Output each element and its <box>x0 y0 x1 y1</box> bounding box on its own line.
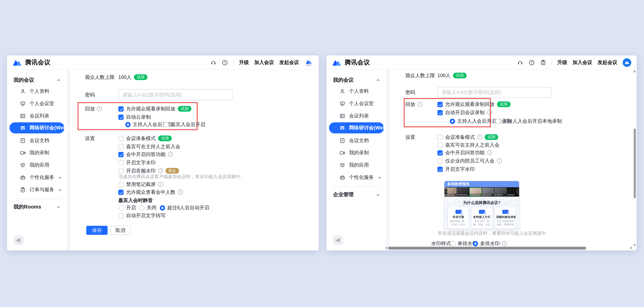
radio-mute-on[interactable]: 开启 <box>119 204 136 211</box>
checkbox-show-attendee-count[interactable] <box>118 189 124 195</box>
checkbox-row-audio-watermark[interactable]: 开启音频水印 商企 <box>118 167 179 174</box>
start-meeting-link[interactable]: 发起会议 <box>598 59 617 66</box>
horizontal-scrollbar-thumb[interactable] <box>388 247 586 250</box>
checkbox-row-guest-before-host[interactable]: 嘉宾可在主持人之前入会 <box>438 141 500 149</box>
collapse-sidebar-button[interactable] <box>333 235 343 245</box>
checkbox-row-text-watermark[interactable]: 开启文字水印 <box>118 159 156 166</box>
radio-selected[interactable] <box>473 241 478 246</box>
sidebar-item-personalized-services[interactable]: 个性化服务 <box>7 171 66 183</box>
cancel-button[interactable]: 取消 <box>110 226 131 235</box>
checkbox-disable-note-capture[interactable] <box>118 182 124 187</box>
checkbox-auto-transcript[interactable] <box>118 213 124 218</box>
orders-icon[interactable] <box>540 59 546 65</box>
horizontal-scrollbar[interactable] <box>385 246 632 250</box>
radio-mute-off[interactable]: 关闭 <box>139 204 156 211</box>
info-icon[interactable] <box>487 150 492 155</box>
checkbox-allow-playback[interactable] <box>438 101 443 107</box>
info-icon[interactable] <box>477 135 482 140</box>
password-input[interactable] <box>438 87 552 98</box>
checkbox-prepare-mode[interactable] <box>118 136 124 141</box>
radio-host-local-record[interactable]: 主持人入会后开启本地录制 <box>495 117 562 125</box>
sidebar-item-personal-room[interactable]: 个人会议室 <box>326 97 386 110</box>
info-icon[interactable] <box>502 241 507 246</box>
info-icon[interactable] <box>497 158 502 163</box>
checkbox-row-text-watermark[interactable]: 开启文字水印 <box>438 165 475 173</box>
checkbox-row-auto-cloud-record[interactable]: 自动云录制 <box>118 113 151 121</box>
help-icon[interactable]: ? <box>222 59 228 65</box>
checkbox-row-auto-record[interactable]: 自动开启会议录制 <box>438 109 492 116</box>
checkbox-row-qa[interactable]: 会中开启问答功能 <box>118 151 173 158</box>
checkbox-auto-cloud-record[interactable] <box>118 114 124 120</box>
radio-selected[interactable] <box>125 122 131 127</box>
radio-unselected[interactable] <box>164 122 169 127</box>
sidebar-group-enterprise[interactable]: 企业管理 <box>326 190 386 200</box>
avatar[interactable]: 腾讯会议 <box>304 58 314 67</box>
checkbox-row-qa[interactable]: 会中开启问答功能 <box>438 149 492 156</box>
sidebar-item-my-recordings[interactable]: 我的录制 <box>7 147 66 159</box>
sidebar-item-my-apps[interactable]: 我的应用 <box>7 159 66 171</box>
info-icon[interactable] <box>168 152 173 157</box>
start-meeting-link[interactable]: 发起会议 <box>279 59 299 66</box>
checkbox-row-playback-allow[interactable]: 允许观众观看录制回放 试用 <box>118 105 191 113</box>
upgrade-link[interactable]: 升级 <box>239 59 249 66</box>
join-meeting-link[interactable]: 加入会议 <box>572 59 592 66</box>
checkbox-row-guest-before-host[interactable]: 嘉宾可在主持人之前入会 <box>118 143 180 150</box>
checkbox-auto-record[interactable] <box>438 110 443 115</box>
headset-icon[interactable] <box>210 59 216 65</box>
sidebar-item-webinar[interactable]: 网络研讨会(Webinar) <box>10 122 64 133</box>
sidebar-item-my-apps[interactable]: 我的应用 <box>326 159 386 171</box>
checkbox-guest-before-host[interactable] <box>118 144 124 149</box>
radio-multi-row-watermark[interactable]: 多排水印 <box>473 240 507 247</box>
scroll-down-arrow-icon[interactable] <box>633 244 636 246</box>
vertical-scrollbar[interactable] <box>633 70 636 246</box>
radio-selected[interactable] <box>450 118 455 124</box>
sidebar-group-my-meetings[interactable]: 我的会议 <box>7 75 66 85</box>
sidebar-item-my-recordings[interactable]: 我的录制 <box>326 147 386 159</box>
checkbox-row-show-attendee-count[interactable]: 允许观众查看会中人数 <box>118 188 183 196</box>
info-icon[interactable] <box>97 106 102 111</box>
checkbox-row-prepare-mode[interactable]: 会议准备模式 试用 <box>438 133 498 141</box>
checkbox-row-internal-only[interactable]: 仅企业内部员工可入会 <box>438 157 502 165</box>
checkbox-row-playback-allow[interactable]: 允许观众观看录制回放 试用 <box>438 101 510 108</box>
checkbox-guest-before-host[interactable] <box>438 142 443 148</box>
sidebar-group-my-rooms[interactable]: 我的Rooms <box>7 202 66 212</box>
sidebar-item-meeting-list[interactable]: 会议列表 <box>7 110 66 122</box>
radio-unselected[interactable] <box>119 205 124 210</box>
info-icon[interactable] <box>487 110 492 115</box>
checkbox-text-watermark[interactable] <box>118 160 124 165</box>
vertical-scrollbar-thumb[interactable] <box>634 128 636 198</box>
checkbox-internal-only[interactable] <box>438 158 443 164</box>
scroll-right-arrow-icon[interactable] <box>630 247 632 249</box>
sidebar-item-meeting-docs[interactable]: 会议文档 <box>326 134 386 147</box>
sidebar-group-my-meetings[interactable]: 我的会议 <box>326 75 386 85</box>
scroll-up-arrow-icon[interactable] <box>633 70 636 72</box>
sidebar-item-orders-services[interactable]: 订单与服务 <box>7 183 66 196</box>
save-button[interactable]: 保存 <box>86 226 108 235</box>
sidebar-item-meeting-list[interactable]: 会议列表 <box>326 110 386 122</box>
radio-unselected[interactable] <box>495 118 501 124</box>
avatar[interactable] <box>623 58 631 67</box>
info-icon[interactable] <box>417 102 422 107</box>
sidebar-item-personalized-services[interactable]: 个性化服务 <box>326 171 386 183</box>
upgrade-link[interactable]: 升级 <box>558 59 567 66</box>
info-icon[interactable] <box>178 190 183 195</box>
scroll-left-arrow-icon[interactable] <box>385 247 387 249</box>
checkbox-row-disable-note-capture[interactable]: 禁用笔记截屏 <box>118 181 163 188</box>
collapse-sidebar-button[interactable] <box>14 235 23 245</box>
checkbox-qa-enable[interactable] <box>438 150 443 155</box>
headset-icon[interactable] <box>517 59 523 65</box>
join-meeting-link[interactable]: 加入会议 <box>254 59 274 66</box>
radio-unselected[interactable] <box>450 241 456 246</box>
radio-unselected[interactable] <box>139 205 144 210</box>
sidebar-item-webinar[interactable]: 网络研讨会(Webinar) <box>329 122 384 133</box>
radio-mute-auto6[interactable]: 超过6人后自动开启 <box>160 204 210 211</box>
sidebar-item-personal-room[interactable]: 个人会议室 <box>7 97 66 110</box>
checkbox-audio-watermark[interactable] <box>118 168 124 173</box>
checkbox-allow-playback[interactable] <box>118 106 124 111</box>
help-icon[interactable]: ? <box>528 59 535 65</box>
radio-guest-start[interactable]: 嘉宾入会后开启 <box>164 121 206 128</box>
info-icon[interactable] <box>158 182 163 187</box>
sidebar-item-meeting-docs[interactable]: 会议文档 <box>7 134 66 147</box>
checkbox-prepare-mode[interactable] <box>438 134 443 140</box>
info-icon[interactable] <box>158 168 163 173</box>
